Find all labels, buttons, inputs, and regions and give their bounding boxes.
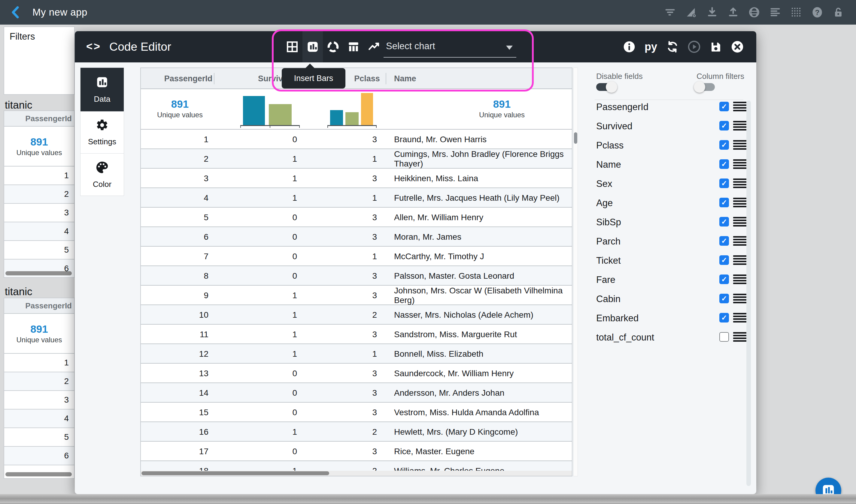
column-filters-toggle[interactable] xyxy=(696,83,715,91)
table-horizontal-scrollbar[interactable] xyxy=(141,471,572,476)
back-button[interactable] xyxy=(9,5,23,19)
column-header-name[interactable]: Name xyxy=(394,68,442,89)
field-checkbox[interactable]: ✓ xyxy=(719,198,729,207)
field-row-survived: Survived✓ xyxy=(587,117,756,136)
field-menu-icon[interactable] xyxy=(733,332,747,342)
field-row-cabin: Cabin✓ xyxy=(587,289,756,309)
line-chart-icon[interactable] xyxy=(364,31,384,62)
insert-bars-icon[interactable] xyxy=(303,31,323,62)
field-checkbox[interactable]: ✓ xyxy=(719,294,729,303)
table-cell: 15 xyxy=(141,402,208,422)
table-cell: Futrelle, Mrs. Jacques Heath (Lily May P… xyxy=(394,188,571,208)
chart-settings-icon[interactable] xyxy=(685,6,698,19)
field-checkbox[interactable]: ✓ xyxy=(719,236,729,246)
sync-icon[interactable] xyxy=(666,40,679,54)
field-menu-icon[interactable] xyxy=(733,313,747,323)
field-row-embarked: Embarked✓ xyxy=(587,309,756,328)
close-icon[interactable] xyxy=(731,40,744,54)
field-checkbox[interactable] xyxy=(719,332,729,342)
python-code-icon[interactable]: py xyxy=(644,40,658,54)
lock-open-icon[interactable] xyxy=(832,6,844,19)
table-grid-icon[interactable] xyxy=(282,31,303,62)
table-cell: 3 xyxy=(141,168,208,188)
tab-label: Data xyxy=(94,94,110,104)
tab-color[interactable]: Color xyxy=(81,154,124,196)
field-checkbox[interactable]: ✓ xyxy=(719,255,729,265)
table-summary-row: 891 Unique values <11 <2 891 Unique valu… xyxy=(141,89,572,130)
editor-header-actions: py xyxy=(622,31,744,62)
field-menu-icon[interactable] xyxy=(733,159,747,169)
table-row: 1503Vestrom, Miss. Hulda Amanda Adolfina xyxy=(141,402,572,422)
columns-table-icon[interactable] xyxy=(343,31,364,62)
filters-title: Filters xyxy=(4,27,74,42)
sheet-horizontal-scrollbar[interactable] xyxy=(5,472,72,476)
select-chart-dropdown[interactable]: Select chart xyxy=(383,31,516,62)
disable-fields-toggle[interactable] xyxy=(596,83,615,91)
table-cell: Bonnell, Miss. Elizabeth xyxy=(394,344,571,364)
download-icon[interactable] xyxy=(706,6,718,19)
table-cell: Braund, Mr. Owen Harris xyxy=(394,130,571,149)
sheet-row: 2 xyxy=(4,185,74,204)
code-editor-modal: <> Code Editor Select chart xyxy=(75,31,756,494)
svg-text:?: ? xyxy=(815,8,820,17)
save-icon[interactable] xyxy=(709,40,723,54)
table-cell: Palsson, Master. Gosta Leonard xyxy=(394,266,571,286)
table-cell: 5 xyxy=(141,208,208,227)
field-menu-icon[interactable] xyxy=(733,217,747,227)
field-checkbox[interactable]: ✓ xyxy=(719,217,729,227)
tab-settings[interactable]: Settings xyxy=(81,112,124,154)
globe-icon[interactable] xyxy=(748,6,760,19)
help-icon[interactable]: ? xyxy=(811,6,824,19)
fields-panel: Disable fields Column filters PassengerI… xyxy=(587,68,756,493)
field-checkbox[interactable]: ✓ xyxy=(719,159,729,169)
donut-chart-icon[interactable] xyxy=(323,31,343,62)
app-bar-actions: ? xyxy=(664,0,844,24)
table-cell: 1 xyxy=(231,149,297,168)
field-name: Cabin xyxy=(596,294,620,305)
filter-lines-icon[interactable] xyxy=(664,6,677,19)
table-vertical-scrollbar[interactable] xyxy=(573,68,578,476)
sheet-row: 3 xyxy=(4,391,74,410)
field-checkbox[interactable]: ✓ xyxy=(719,121,729,130)
field-checkbox[interactable]: ✓ xyxy=(719,140,729,150)
column-header-pclass[interactable]: Pclass xyxy=(343,68,391,89)
sheet-column-header[interactable]: PassengerId xyxy=(4,111,74,127)
field-menu-icon[interactable] xyxy=(733,179,747,188)
field-row-total_cf_count: total_cf_count xyxy=(587,328,756,347)
field-menu-icon[interactable] xyxy=(733,102,747,111)
field-menu-icon[interactable] xyxy=(733,236,747,246)
field-menu-icon[interactable] xyxy=(733,255,747,265)
table-cell: 1 xyxy=(231,188,297,208)
table-cell: 0 xyxy=(231,442,297,461)
field-checkbox[interactable]: ✓ xyxy=(719,102,729,111)
sheet-horizontal-scrollbar[interactable] xyxy=(5,271,72,275)
chart-toolbar xyxy=(282,31,384,62)
field-checkbox[interactable]: ✓ xyxy=(719,313,729,323)
tab-label: Color xyxy=(93,180,112,189)
align-left-lines-icon[interactable] xyxy=(769,6,782,19)
field-menu-icon[interactable] xyxy=(733,121,747,130)
column-header-passengerid[interactable]: PassengerId xyxy=(158,68,218,89)
field-checkbox[interactable]: ✓ xyxy=(719,179,729,188)
field-menu-icon[interactable] xyxy=(733,198,747,207)
fields-panel-scrollbar[interactable] xyxy=(747,101,751,486)
field-menu-icon[interactable] xyxy=(733,294,747,303)
chevron-down-icon xyxy=(506,46,513,50)
grid-dots-icon[interactable] xyxy=(790,6,803,19)
table-cell: 1 xyxy=(231,168,297,188)
insert-bars-tooltip: Insert Bars xyxy=(282,68,345,89)
table-cell: 8 xyxy=(141,266,208,286)
field-menu-icon[interactable] xyxy=(733,140,747,150)
info-icon[interactable] xyxy=(622,40,636,54)
sheet-unique-summary: 891 Unique values xyxy=(4,314,74,354)
table-row: 913Johnson, Mrs. Oscar W (Elisabeth Vilh… xyxy=(141,286,572,305)
field-menu-icon[interactable] xyxy=(733,274,747,284)
field-checkbox[interactable]: ✓ xyxy=(719,274,729,284)
table-cell: 1 xyxy=(231,325,297,344)
table-cell: 3 xyxy=(321,325,377,344)
tab-data[interactable]: Data xyxy=(81,68,124,112)
run-icon[interactable] xyxy=(687,40,701,54)
sheet-column-header[interactable]: PassengerId xyxy=(4,298,74,314)
upload-icon[interactable] xyxy=(727,6,739,19)
field-name: Pclass xyxy=(596,140,623,151)
